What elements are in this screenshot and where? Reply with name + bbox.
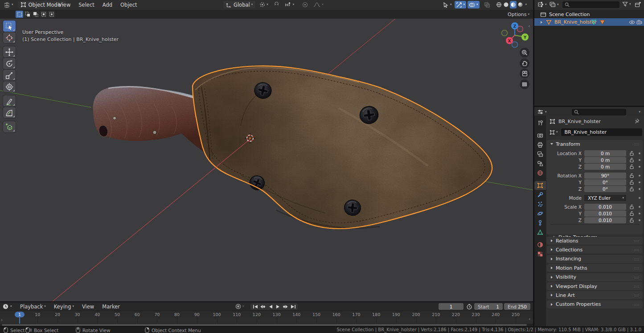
timeline-ruler[interactable]: 1102030405060708090100110120130140150160… bbox=[0, 311, 533, 319]
toggle-xray-dropdown[interactable]: ▾ bbox=[468, 1, 480, 8]
snap-toggle[interactable] bbox=[272, 1, 281, 8]
render-pass-button[interactable] bbox=[483, 1, 492, 8]
properties-tab-tool[interactable] bbox=[534, 119, 546, 127]
play-reverse-button[interactable] bbox=[267, 304, 274, 309]
select-mode-set[interactable] bbox=[16, 11, 23, 18]
disable-in-renders-icon[interactable] bbox=[636, 20, 642, 25]
properties-tab-physics[interactable] bbox=[534, 209, 546, 218]
animate-decorator[interactable] bbox=[639, 152, 640, 154]
timeline-expand-toggle[interactable]: › bbox=[1, 317, 3, 322]
scale-z-field[interactable]: 0.010 bbox=[584, 217, 626, 223]
properties-tab-view-layer[interactable] bbox=[534, 150, 546, 159]
auto-keying-toggle[interactable]: ▾ bbox=[235, 304, 244, 309]
properties-tab-modifiers[interactable] bbox=[534, 190, 546, 199]
shading-solid-button[interactable] bbox=[503, 1, 509, 8]
outliner-editor-type-button[interactable]: ▾ bbox=[537, 1, 547, 8]
panel-relations[interactable]: Relations∷∷ bbox=[547, 237, 643, 245]
play-button[interactable] bbox=[275, 304, 281, 309]
zoom-button[interactable] bbox=[520, 48, 529, 58]
animate-decorator[interactable] bbox=[639, 159, 640, 161]
outliner[interactable]: Scene Collection BR_Knive_holster bbox=[534, 10, 644, 104]
lock-icon[interactable] bbox=[629, 164, 635, 169]
timeline-collapse-toggle[interactable]: ‹ bbox=[529, 317, 530, 321]
jump-to-start-button[interactable] bbox=[252, 304, 258, 309]
proportional-editing-toggle[interactable] bbox=[301, 1, 309, 8]
expand-arrow-icon[interactable] bbox=[541, 21, 542, 24]
properties-editor-type-button[interactable]: ▾ bbox=[537, 109, 547, 115]
properties-tab-object[interactable] bbox=[534, 181, 546, 190]
tool-scale[interactable] bbox=[3, 70, 16, 81]
scale-x-field[interactable]: 0.010 bbox=[584, 204, 626, 210]
playhead-line[interactable] bbox=[19, 317, 20, 324]
previous-keyframe-button[interactable] bbox=[259, 304, 266, 309]
menu-marker[interactable]: Marker bbox=[98, 302, 124, 311]
lock-icon[interactable] bbox=[629, 218, 635, 223]
tool-rotate[interactable] bbox=[3, 58, 16, 69]
properties-tab-constraints[interactable] bbox=[534, 218, 546, 227]
timeline-track[interactable] bbox=[0, 318, 533, 324]
sidebar-toggle[interactable]: ‹ bbox=[528, 23, 530, 29]
shading-rendered-button[interactable] bbox=[517, 1, 524, 8]
menu-playback[interactable]: Playback▾ bbox=[16, 302, 50, 311]
lock-icon[interactable] bbox=[629, 211, 635, 216]
3d-viewport[interactable]: User Perspective (1) Scene Collection | … bbox=[0, 19, 533, 301]
shading-material-preview-button[interactable] bbox=[510, 1, 517, 8]
properties-tab-render[interactable] bbox=[534, 131, 546, 140]
hide-in-viewport-icon[interactable] bbox=[629, 20, 635, 25]
editor-type-button[interactable]: ▾ bbox=[2, 1, 15, 8]
pivot-point-dropdown[interactable]: ▾ bbox=[258, 1, 270, 8]
properties-tab-texture[interactable] bbox=[534, 250, 546, 259]
tool-cursor-3d[interactable] bbox=[3, 32, 16, 43]
pin-icon[interactable] bbox=[634, 118, 640, 124]
gizmo-axis-neg-y[interactable] bbox=[502, 30, 508, 36]
animate-decorator[interactable] bbox=[639, 206, 640, 208]
properties-tab-output[interactable] bbox=[534, 140, 546, 149]
location-z-field[interactable]: 0 m bbox=[584, 164, 626, 170]
tool-move[interactable] bbox=[3, 46, 16, 58]
properties-tab-object-data[interactable] bbox=[534, 228, 546, 237]
outliner-filter-button[interactable]: ▾ bbox=[622, 1, 631, 7]
scrollbar-thumb[interactable] bbox=[2, 324, 527, 326]
use-preview-range-toggle[interactable] bbox=[466, 304, 472, 310]
frame-start-field[interactable]: Start 1 bbox=[474, 303, 503, 310]
tool-add-cube[interactable] bbox=[3, 121, 16, 132]
animate-decorator[interactable] bbox=[639, 166, 640, 168]
transform-orientation-dropdown[interactable]: Global ▾ bbox=[223, 1, 255, 8]
object-name-input[interactable]: BR_Knive_holster bbox=[561, 128, 642, 136]
panel-motion-paths[interactable]: Motion Paths∷∷ bbox=[547, 264, 643, 272]
proportional-falloff-dropdown[interactable]: ▾ bbox=[312, 1, 325, 8]
panel-visibility[interactable]: Visibility∷∷ bbox=[547, 273, 643, 281]
animate-decorator[interactable] bbox=[639, 175, 640, 177]
animate-decorator[interactable] bbox=[639, 197, 640, 199]
rotation-mode-dropdown[interactable]: XYZ Euler▾ bbox=[584, 195, 626, 201]
properties-search-input[interactable] bbox=[572, 109, 626, 115]
lock-icon[interactable] bbox=[629, 151, 635, 156]
next-keyframe-button[interactable] bbox=[282, 304, 289, 309]
show-gizmo-dropdown[interactable]: ▾ bbox=[441, 1, 453, 8]
tool-annotate[interactable] bbox=[3, 95, 16, 107]
lock-icon[interactable] bbox=[629, 180, 635, 185]
gizmo-axis-neg-z[interactable] bbox=[512, 42, 518, 48]
tool-transform[interactable] bbox=[3, 81, 16, 92]
animate-decorator[interactable] bbox=[639, 213, 640, 214]
tool-select-box[interactable] bbox=[3, 21, 16, 32]
pan-button[interactable] bbox=[520, 58, 529, 68]
shading-wireframe-button[interactable] bbox=[496, 1, 502, 8]
jump-to-end-button[interactable] bbox=[290, 304, 296, 309]
show-overlays-toggle[interactable]: ▾ bbox=[455, 1, 467, 8]
rotation-x-field[interactable]: 90° bbox=[584, 173, 626, 179]
rotation-z-field[interactable]: 0° bbox=[584, 186, 626, 192]
location-x-field[interactable]: 0 m bbox=[584, 150, 626, 156]
lock-icon[interactable] bbox=[629, 204, 635, 210]
frame-end-field[interactable]: End 250 bbox=[504, 303, 530, 310]
select-mode-extend[interactable] bbox=[24, 11, 31, 18]
properties-options-dropdown[interactable]: ▾ bbox=[639, 111, 640, 114]
current-frame-indicator[interactable]: 1 bbox=[15, 312, 25, 317]
outliner-search-input[interactable] bbox=[562, 1, 619, 8]
toggle-orthographic-button[interactable] bbox=[520, 79, 529, 89]
new-collection-button[interactable] bbox=[635, 1, 641, 8]
properties-tab-material[interactable] bbox=[534, 240, 546, 249]
outliner-display-mode-button[interactable]: ▾ bbox=[549, 1, 559, 8]
menu-object[interactable]: Object bbox=[116, 0, 141, 10]
scale-y-field[interactable]: 0.010 bbox=[584, 210, 626, 217]
